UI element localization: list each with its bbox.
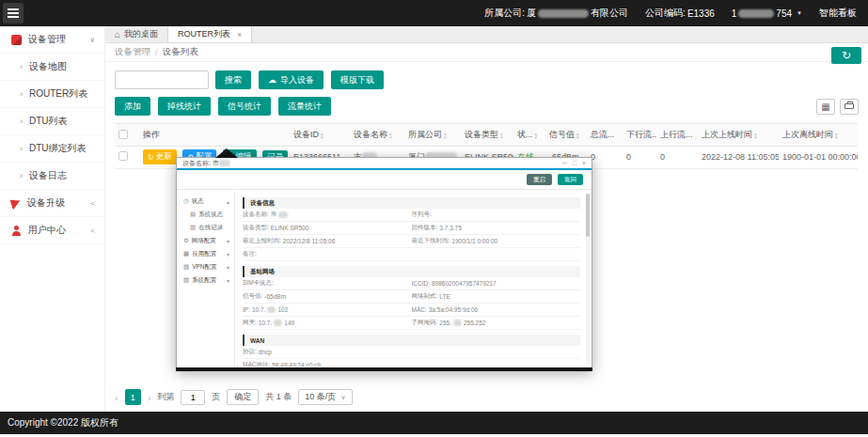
per-page-value: 10 条/页	[305, 391, 336, 403]
field-row: 网关:10.7.149 子网掩码:255.255.252	[243, 317, 580, 330]
nav-sys-status[interactable]: ▤ 系统状态	[177, 208, 234, 221]
nav-label: 系统配置	[192, 276, 216, 285]
nav-status[interactable]: ◷ 状态 ▴	[177, 195, 234, 208]
phone-redacted	[738, 9, 774, 18]
signal-stats-button[interactable]: 信号统计	[218, 97, 271, 116]
tab-my-desktop[interactable]: ⌂ 我的桌面	[105, 26, 168, 42]
current-page-button[interactable]: 1	[125, 389, 141, 405]
col-status[interactable]: 状...▴▾	[513, 124, 545, 147]
sort-icon[interactable]: ▴▾	[321, 132, 324, 139]
user-account-dropdown[interactable]: 1 754 ▼	[732, 8, 802, 19]
import-device-button[interactable]: ☁ 导入设备	[259, 70, 324, 89]
field-row: 最近上报时间:2022/12/8 11:05:06 最近下线时间:1900/1/…	[243, 235, 580, 248]
nav-sys-config[interactable]: ▨ 系统配置 ▾	[177, 273, 234, 287]
breadcrumb: 设备管理 / 设备列表	[105, 43, 868, 62]
col-last-offline[interactable]: 上次离线时间▴▾	[779, 124, 858, 147]
chevron-collapsed-icon: <	[90, 199, 95, 208]
device-upgrade-icon	[10, 196, 23, 210]
sidebar-item-device-map[interactable]: › 设备地图	[0, 54, 104, 81]
sort-icon[interactable]: ▴▾	[444, 132, 447, 139]
tab-bar: ⌂ 我的桌面 ROUTER列表 ×	[105, 26, 868, 43]
sort-icon[interactable]: ▴▾	[576, 132, 579, 139]
pagination: ‹ 1 › 到第 页 确定 共 1 条 10 条/页 ∨	[115, 389, 353, 405]
button-label: 更新	[156, 151, 172, 163]
offline-stats-button[interactable]: 掉线统计	[158, 97, 211, 116]
row-checkbox[interactable]	[118, 151, 128, 161]
sidebar-group-device-manage[interactable]: 设备管理 ∨	[0, 26, 104, 54]
sort-icon[interactable]: ▴▾	[835, 132, 838, 139]
value-redacted	[267, 306, 276, 313]
refresh-button[interactable]: ↻	[831, 47, 861, 64]
nav-label: VPN配置	[192, 263, 216, 272]
select-all-checkbox[interactable]	[118, 130, 128, 139]
company-info: 所属公司: 厦 有限公司	[484, 7, 628, 20]
hamburger-menu-icon[interactable]	[3, 3, 24, 23]
breadcrumb-level1[interactable]: 设备管理	[115, 46, 150, 58]
cell-up-flow: 0	[656, 147, 698, 169]
select-caret-icon: ∨	[340, 394, 345, 401]
scrollbar-thumb[interactable]	[586, 194, 590, 237]
sidebar-item-dtu-bind-list[interactable]: › DTU绑定列表	[0, 135, 104, 163]
button-label: 搜索	[225, 74, 242, 86]
chevron-collapsed-icon: <	[90, 226, 95, 235]
col-last-online[interactable]: 上次上线时间▴▾	[698, 124, 779, 147]
close-icon[interactable]: ×	[582, 160, 586, 166]
app-config-icon: ▦	[183, 250, 189, 258]
button-label: 掉线统计	[167, 101, 201, 113]
column-settings-button[interactable]: ▦	[816, 99, 835, 115]
sidebar-group-device-upgrade[interactable]: 设备升级 <	[0, 190, 104, 217]
dialog-scrollbar[interactable]	[586, 194, 590, 365]
sort-icon[interactable]: ▴▾	[389, 132, 392, 139]
sort-icon[interactable]: ▴▾	[754, 132, 757, 139]
sidebar-item-device-log[interactable]: › 设备日志	[0, 163, 104, 190]
tab-close-icon[interactable]: ×	[237, 30, 242, 39]
nav-vpn-config[interactable]: ▧ VPN配置 ▾	[177, 260, 234, 273]
field-row: 信号值:-65dBm 网络制式:LTE	[243, 290, 580, 304]
add-button[interactable]: 添加	[115, 97, 150, 116]
goto-page-input[interactable]	[181, 390, 205, 405]
per-page-select[interactable]: 10 条/页 ∨	[298, 389, 352, 405]
company-name-suffix: 有限公司	[591, 7, 628, 20]
button-label: 添加	[124, 101, 141, 113]
sidebar-item-router-list[interactable]: › ROUTER列表	[0, 81, 104, 108]
company-code-value: E1336	[687, 8, 715, 19]
sidebar-item-dtu-list[interactable]: › DTU列表	[0, 108, 104, 135]
chevron-down-icon: ∨	[89, 36, 95, 44]
section-cell-network: 基站网络	[243, 266, 580, 277]
nav-label: 在线记录	[198, 224, 223, 232]
nav-closed-icon: ▾	[227, 264, 229, 271]
col-device-type[interactable]: 设备类型▴▾	[461, 124, 513, 147]
minimize-icon[interactable]: ─	[562, 160, 567, 166]
company-label: 所属公司:	[484, 7, 525, 20]
sub-arrow-icon: ›	[20, 62, 23, 71]
maximize-icon[interactable]: □	[573, 160, 576, 166]
nav-online-record[interactable]: ▥ 在线记录	[177, 221, 234, 234]
sidebar: 设备管理 ∨ › 设备地图 › ROUTER列表 › DTU列表 › DTU绑定…	[0, 26, 105, 412]
next-page-icon[interactable]: ›	[148, 392, 151, 403]
search-input[interactable]	[115, 70, 209, 89]
traffic-stats-button[interactable]: 流量统计	[278, 97, 331, 116]
prev-page-icon[interactable]: ‹	[115, 392, 118, 403]
print-button[interactable]	[840, 99, 859, 115]
tab-router-list[interactable]: ROUTER列表 ×	[168, 26, 252, 42]
col-down-flow: 下行流...	[623, 124, 656, 147]
template-download-button[interactable]: 模版下载	[331, 70, 384, 89]
dashboard-link[interactable]: 智能看板	[819, 7, 857, 20]
nav-app-config[interactable]: ▦ 应用配置 ▾	[177, 247, 234, 260]
sort-icon[interactable]: ▴▾	[500, 132, 503, 139]
sort-icon[interactable]: ▴▾	[535, 132, 538, 139]
nav-net-config[interactable]: ⚙ 网络配置 ▾	[177, 234, 234, 247]
sidebar-group-user-center[interactable]: 用户中心 <	[0, 217, 104, 244]
company-name-prefix: 厦	[527, 7, 536, 20]
col-company[interactable]: 所属公司▴▾	[404, 124, 461, 147]
col-device-id[interactable]: 设备ID▴▾	[290, 124, 350, 147]
col-device-name[interactable]: 设备名称▴▾	[350, 124, 404, 147]
search-row: 搜索 ☁ 导入设备 模版下载	[115, 70, 868, 89]
col-signal[interactable]: 信号值▴▾	[545, 124, 587, 147]
restart-button[interactable]: 重启	[527, 174, 552, 185]
confirm-page-button[interactable]: 确定	[227, 389, 259, 405]
nav-closed-icon: ▾	[227, 277, 229, 284]
back-button[interactable]: 返回	[558, 174, 583, 185]
update-button[interactable]: ↻更新	[143, 149, 177, 164]
search-button[interactable]: 搜索	[215, 70, 251, 89]
